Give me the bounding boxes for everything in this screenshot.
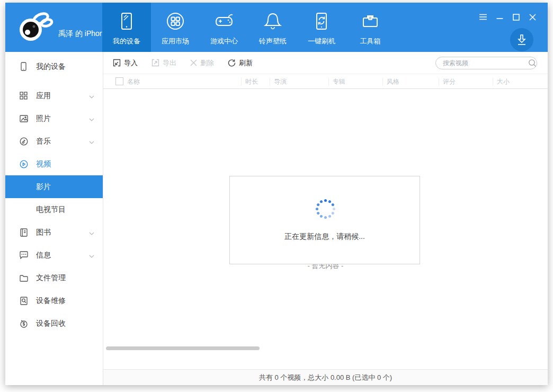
- flash-device-tab-icon: [310, 10, 333, 33]
- main-nav-tabs: 我的设备 应用市场: [102, 3, 395, 52]
- minimize-icon[interactable]: [495, 12, 504, 22]
- sidebar-item-label: 文件管理: [36, 273, 66, 283]
- sidebar-item-label: 电视节目: [36, 205, 66, 215]
- import-icon: [113, 59, 121, 67]
- chevron-down-icon: [89, 228, 94, 237]
- app-window: 禹泽 的 iPhone 我的设备: [5, 3, 548, 385]
- sidebar-item-label: 照片: [36, 114, 51, 123]
- download-icon: [516, 34, 527, 46]
- column-header-size[interactable]: 大小: [493, 77, 548, 86]
- column-header-album[interactable]: 专辑: [328, 77, 382, 86]
- bell-tab-icon: [261, 10, 284, 33]
- toolbar: 导入 导出 删除 刷新: [103, 52, 548, 74]
- desktop: 禹泽 的 iPhone 我的设备: [0, 0, 553, 392]
- tab-label: 游戏中心: [210, 37, 238, 46]
- select-all-cell: [103, 77, 123, 85]
- download-manager-button[interactable]: [510, 28, 533, 51]
- refresh-button[interactable]: 刷新: [228, 58, 253, 68]
- sidebar: 我的设备 应用 照片: [5, 52, 103, 385]
- chevron-down-icon: [89, 251, 94, 260]
- sidebar-item-label: 应用: [36, 91, 51, 101]
- video-play-icon: [19, 159, 28, 168]
- apps-grid-icon: [19, 91, 28, 100]
- sidebar-item-label: 信息: [36, 251, 51, 260]
- gamepad-tab-icon: [212, 10, 236, 33]
- book-icon: [19, 228, 28, 237]
- tab-label: 铃声壁纸: [259, 37, 287, 46]
- tab-ringtone-wallpaper[interactable]: 铃声壁纸: [248, 3, 297, 52]
- sidebar-item-device-recycle[interactable]: 设备回收: [5, 312, 103, 335]
- sidebar-item-label: 影片: [36, 182, 51, 192]
- sidebar-item-my-device[interactable]: 我的设备: [5, 55, 103, 78]
- sidebar-item-label: 音乐: [36, 137, 51, 146]
- toolbox-tab-icon: [359, 10, 382, 33]
- sidebar-item-label: 视频: [36, 159, 51, 169]
- export-icon: [151, 59, 159, 67]
- folder-icon: [19, 273, 28, 282]
- delete-x-icon: [190, 59, 197, 66]
- horizontal-scrollbar[interactable]: [106, 346, 260, 350]
- sidebar-item-tv-shows[interactable]: 电视节目: [5, 198, 103, 221]
- video-list-area: - 暂无内容 - 正在更新信息，请稍候...: [103, 89, 548, 369]
- import-label: 导入: [124, 58, 138, 68]
- loading-message: 正在更新信息，请稍候...: [230, 232, 420, 242]
- sidebar-item-messages[interactable]: 信息: [5, 244, 103, 266]
- sidebar-item-label: 设备回收: [36, 319, 66, 328]
- import-button[interactable]: 导入: [113, 58, 138, 68]
- select-all-checkbox[interactable]: [115, 77, 123, 85]
- status-summary: 共有 0 个视频，总大小 0.00 B (已选中 0 个): [259, 373, 392, 382]
- status-bar: 共有 0 个视频，总大小 0.00 B (已选中 0 个): [103, 369, 548, 385]
- tab-label: 应用市场: [162, 37, 189, 46]
- search-input[interactable]: [436, 59, 528, 67]
- column-header-duration[interactable]: 时长: [241, 77, 270, 86]
- sidebar-item-books[interactable]: 图书: [5, 221, 103, 244]
- sidebar-item-label: 我的设备: [36, 62, 66, 72]
- tab-toolbox[interactable]: 工具箱: [346, 3, 395, 52]
- delete-label: 删除: [200, 58, 214, 68]
- sidebar-item-movies[interactable]: 影片: [5, 175, 103, 198]
- delete-button[interactable]: 删除: [190, 58, 214, 68]
- music-icon: [19, 137, 28, 146]
- sidebar-item-photos[interactable]: 照片: [5, 107, 103, 130]
- app-header: 禹泽 的 iPhone 我的设备: [5, 3, 548, 52]
- column-header-name[interactable]: 名称: [123, 77, 241, 86]
- table-header: 名称 时长 导演 专辑 风格 评分 大小: [103, 74, 548, 89]
- export-label: 导出: [163, 58, 176, 68]
- column-header-genre[interactable]: 风格: [382, 77, 439, 86]
- sidebar-item-label: 图书: [36, 228, 51, 237]
- appstore-tab-icon: [164, 10, 187, 33]
- loading-spinner-icon: [316, 199, 335, 218]
- tab-game-center[interactable]: 游戏中心: [200, 3, 248, 52]
- tab-flash-firmware[interactable]: 一键刷机: [297, 3, 346, 52]
- search-icon[interactable]: [528, 59, 537, 67]
- column-header-director[interactable]: 导演: [270, 77, 328, 86]
- sidebar-item-device-repair[interactable]: 设备维修: [5, 289, 103, 312]
- chevron-down-icon: [89, 137, 94, 146]
- export-button[interactable]: 导出: [151, 58, 176, 68]
- maximize-icon[interactable]: [511, 12, 521, 22]
- sidebar-item-videos[interactable]: 视频: [5, 153, 103, 175]
- tab-label: 我的设备: [113, 37, 140, 46]
- chevron-down-icon: [89, 92, 94, 100]
- tab-my-device[interactable]: 我的设备: [102, 3, 151, 52]
- sidebar-item-apps[interactable]: 应用: [5, 84, 103, 107]
- tab-app-market[interactable]: 应用市场: [151, 3, 200, 52]
- menu-icon[interactable]: [478, 12, 488, 22]
- main-panel: 导入 导出 删除 刷新: [103, 52, 548, 385]
- itools-logo-icon: [14, 12, 56, 43]
- message-icon: [19, 251, 28, 260]
- sidebar-item-file-manager[interactable]: 文件管理: [5, 266, 103, 289]
- refresh-label: 刷新: [239, 58, 253, 68]
- photo-icon: [19, 114, 28, 123]
- tab-label: 一键刷机: [308, 37, 335, 46]
- close-icon[interactable]: [528, 12, 537, 22]
- sidebar-item-label: 设备维修: [36, 296, 66, 306]
- sidebar-item-music[interactable]: 音乐: [5, 130, 103, 153]
- refresh-icon: [228, 59, 236, 67]
- recycle-coin-icon: [19, 319, 28, 328]
- window-controls: [478, 12, 537, 22]
- repair-icon: [19, 296, 28, 305]
- chevron-down-icon: [89, 114, 94, 123]
- column-header-rating[interactable]: 评分: [439, 77, 493, 86]
- device-icon: [19, 62, 28, 71]
